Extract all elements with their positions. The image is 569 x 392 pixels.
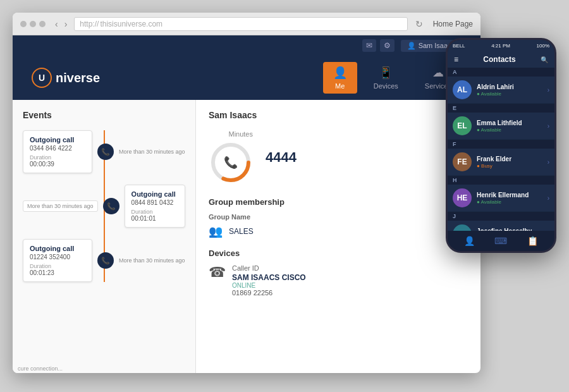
contact-name-emma: Emma Lithfield: [477, 119, 542, 126]
group-name: SALES: [229, 227, 254, 236]
phone-menu-icon[interactable]: ≡: [454, 55, 458, 64]
contact-avatar-henrik: HE: [453, 188, 472, 207]
contact-item-henrik[interactable]: HE Henrik Ellermand ● Available ›: [448, 185, 554, 212]
call-number-1: 0344 846 4222: [30, 145, 85, 152]
contact-item-aldrin[interactable]: AL Aldrin Lahiri ● Available ›: [448, 77, 554, 104]
phone-tab-keypad[interactable]: ⌨: [494, 236, 507, 246]
app-content: Events Outgoing call 0344 846 4222 Durat…: [13, 100, 480, 373]
nav-tab-devices[interactable]: 📱 Devices: [364, 62, 408, 94]
topbar-envelope-icon[interactable]: ✉: [362, 39, 376, 52]
contact-group-f: F: [448, 140, 554, 149]
minutes-gauge: 📞: [209, 140, 253, 185]
nav-tabs: 👤 Me 📱 Devices ☁ Services: [323, 62, 462, 94]
scene: ‹ › http:// thisisuniverse.com ↻ Home Pa…: [13, 13, 556, 379]
device-info: Caller ID SAM ISAACS CISCO ONLINE 01869 …: [232, 264, 306, 297]
call-box-3: Outgoing call 01224 352400 Duration 00:0…: [23, 239, 92, 282]
logo: U niverse: [32, 68, 100, 88]
browser-window: ‹ › http:// thisisuniverse.com ↻ Home Pa…: [13, 13, 480, 373]
contact-group-h: H: [448, 176, 554, 185]
group-membership-section: Group membership Group Name 👥 SALES: [209, 197, 468, 238]
details-title: Sam Isaacs: [209, 110, 468, 120]
contact-info-aldrin: Aldrin Lahiri ● Available: [477, 83, 542, 97]
gauge-phone-icon: 📞: [224, 156, 238, 169]
device-number: 01869 22256: [232, 289, 306, 297]
phone-contacts: A AL Aldrin Lahiri ● Available › E EL Em…: [448, 68, 554, 231]
contact-info-emma: Emma Lithfield ● Available: [477, 119, 542, 133]
caller-id-label: Caller ID: [232, 264, 306, 272]
contact-chevron-aldrin: ›: [548, 87, 549, 94]
timeline-item-1: Outgoing call 0344 846 4222 Duration 00:…: [23, 130, 185, 173]
browser-dot-red: [20, 21, 27, 27]
phone-bottom-bar: 👤 ⌨ 📋: [448, 231, 554, 251]
browser-dot-green: [39, 21, 46, 27]
contact-item-frank[interactable]: FE Frank Elder ● Busy ›: [448, 149, 554, 176]
contact-name-frank: Frank Elder: [477, 156, 542, 162]
call-duration-value-3: 00:01:23: [30, 269, 85, 276]
group-name-header: Group Name: [209, 213, 468, 221]
call-duration-label-2: Duration: [132, 209, 178, 215]
address-bar[interactable]: http:// thisisuniverse.com: [74, 17, 407, 31]
timeline-dot-1: 📞: [97, 144, 114, 160]
call-number-2: 0844 891 0432: [132, 199, 178, 206]
contact-chevron-henrik: ›: [548, 195, 549, 202]
group-item: 👥 SALES: [209, 224, 468, 238]
logo-name: niverse: [56, 71, 100, 85]
topbar-user-avatar: 👤: [407, 42, 416, 50]
group-users-icon: 👥: [209, 224, 223, 238]
phone-screen: BELL 4:21 PM 100% ≡ Contacts 🔍 A AL Aldr…: [448, 40, 554, 251]
phone-tab-contacts[interactable]: 👤: [464, 236, 475, 246]
minutes-number: 4444: [266, 149, 297, 166]
contact-avatar-frank: FE: [453, 152, 472, 171]
call-title-2: Outgoing call: [132, 190, 178, 198]
timeline-dot-2: 📞: [103, 198, 119, 214]
back-button[interactable]: ‹: [53, 19, 60, 29]
contact-status-henrik: ● Available: [477, 199, 542, 205]
topbar-settings-icon[interactable]: ⚙: [380, 39, 395, 52]
call-box-2: Outgoing call 0844 891 0432 Duration 00:…: [125, 185, 185, 228]
phone-status-bar: BELL 4:21 PM 100%: [448, 40, 554, 51]
call-number-3: 01224 352400: [30, 254, 85, 260]
timeline: Outgoing call 0344 846 4222 Duration 00:…: [23, 130, 185, 282]
phone-carrier: BELL: [453, 43, 465, 49]
logo-letter: U: [39, 73, 45, 83]
contact-item-josefine[interactable]: JH Josefine Hesselby ● Busy ›: [448, 221, 554, 231]
time-label-1: More than 30 minutes ago: [119, 149, 185, 155]
contact-info-henrik: Henrik Ellermand ● Available: [477, 192, 542, 205]
browser-dots: [20, 21, 46, 27]
logo-circle: U: [32, 68, 52, 88]
home-link[interactable]: Home Page: [433, 20, 473, 28]
time-label-3: More than 30 minutes ago: [119, 257, 185, 264]
time-label-2: More than 30 minutes ago: [23, 200, 98, 212]
app-header: U niverse 👤 Me 📱 Devices ☁ Services: [13, 56, 480, 100]
phone-header: ≡ Contacts 🔍: [448, 51, 554, 68]
contact-group-j: J: [448, 212, 554, 221]
phone-tab-recents[interactable]: 📋: [527, 236, 538, 246]
call-duration-value-1: 00:00:39: [30, 161, 85, 168]
reload-button[interactable]: ↻: [415, 19, 423, 29]
contact-group-e: E: [448, 104, 554, 113]
contact-chevron-emma: ›: [548, 123, 549, 130]
device-name: SAM ISAACS CISCO: [232, 273, 306, 282]
nav-tab-devices-label: Devices: [374, 82, 398, 90]
group-membership-title: Group membership: [209, 197, 468, 207]
services-icon: ☁: [432, 66, 444, 80]
phone-search-icon[interactable]: 🔍: [541, 56, 548, 63]
forward-button[interactable]: ›: [63, 19, 70, 29]
call-title-3: Outgoing call: [30, 245, 85, 252]
timeline-dot-3: 📞: [97, 252, 114, 269]
contact-status-frank: ● Busy: [477, 163, 542, 169]
nav-tab-me[interactable]: 👤 Me: [323, 62, 357, 94]
details-panel: Sam Isaacs Minutes 📞 4444: [196, 100, 480, 373]
contact-chevron-frank: ›: [548, 159, 549, 166]
phone-mockup: BELL 4:21 PM 100% ≡ Contacts 🔍 A AL Aldr…: [446, 38, 556, 253]
contact-avatar-emma: EL: [453, 116, 472, 135]
timeline-item-2: Outgoing call 0844 891 0432 Duration 00:…: [23, 185, 185, 228]
call-box-1: Outgoing call 0344 846 4222 Duration 00:…: [23, 130, 92, 173]
device-item-1: ☎ Caller ID SAM ISAACS CISCO ONLINE 0186…: [209, 264, 468, 297]
nav-tab-me-label: Me: [335, 82, 345, 90]
contact-item-emma[interactable]: EL Emma Lithfield ● Available ›: [448, 113, 554, 140]
device-status: ONLINE: [232, 282, 306, 289]
address-prefix: http://: [80, 20, 99, 28]
secure-text: cure connection...: [18, 365, 63, 372]
call-duration-label-1: Duration: [30, 154, 85, 161]
